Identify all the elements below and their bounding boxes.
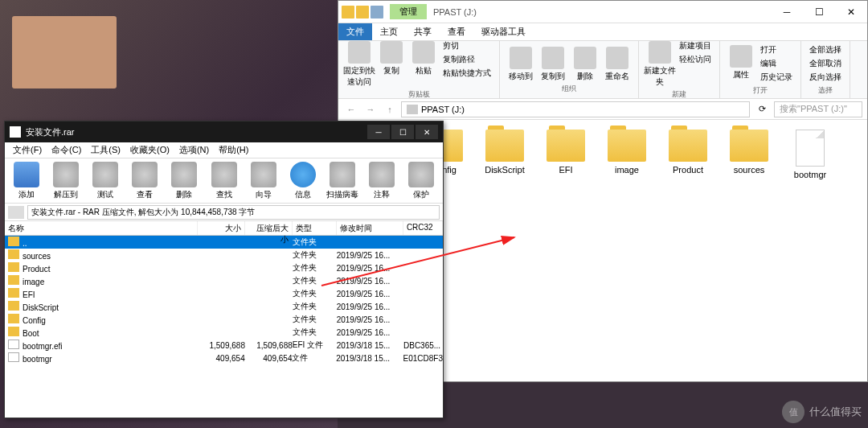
delete-button[interactable]: 删除 <box>569 45 601 82</box>
rar-close-button[interactable]: ✕ <box>416 125 438 139</box>
moveto-button[interactable]: 移动到 <box>505 45 537 82</box>
rar-delete-button[interactable]: 删除 <box>165 160 204 201</box>
copy-button[interactable]: 复制 <box>375 39 407 88</box>
rar-sfx-button[interactable]: 保护 <box>402 160 441 201</box>
menu-tools[interactable]: 工具(S) <box>86 142 125 158</box>
rar-icon <box>10 126 21 138</box>
rar-extract-button[interactable]: 解压到 <box>46 160 85 201</box>
address-input[interactable]: PPAST (J:) <box>401 101 750 117</box>
explorer-titlebar[interactable]: 管理 PPAST (J:) ─ ☐ ✕ <box>338 1 867 23</box>
rar-up-button[interactable] <box>8 206 24 219</box>
menu-favorites[interactable]: 收藏夹(O) <box>125 142 174 158</box>
rar-row[interactable]: ..文件夹 <box>5 236 443 249</box>
col-date[interactable]: 修改时间 <box>337 221 403 235</box>
rar-row[interactable]: bootmgr409,654409,654文件2019/3/18 15...E0… <box>5 352 443 364</box>
properties-button[interactable]: 属性 <box>725 43 757 84</box>
address-bar: ← → ↑ PPAST (J:) ⟳ 搜索"PPAST (J:)" <box>338 99 867 120</box>
paste-button[interactable]: 粘贴 <box>407 39 440 88</box>
tab-home[interactable]: 主页 <box>372 23 406 40</box>
rar-scan-button[interactable]: 扫描病毒 <box>323 160 362 201</box>
file-item-image[interactable]: image <box>599 130 655 179</box>
select-all-button[interactable]: 全部选择 <box>806 43 845 56</box>
watermark-icon: 值 <box>782 401 805 423</box>
new-item-button[interactable]: 新建项目 <box>676 39 714 52</box>
file-label: Product <box>660 165 716 175</box>
path-text: PPAST (J:) <box>421 105 465 114</box>
refresh-button[interactable]: ⟳ <box>753 104 771 114</box>
col-name[interactable]: 名称 <box>5 221 198 235</box>
winrar-titlebar[interactable]: 安装文件.rar ─ ☐ ✕ <box>5 121 443 142</box>
copypath-button[interactable]: 复制路径 <box>440 53 494 66</box>
maximize-button[interactable]: ☐ <box>803 1 835 23</box>
history-button[interactable]: 历史记录 <box>757 71 796 84</box>
rar-row[interactable]: bootmgr.efi1,509,6881,509,688EFI 文件2019/… <box>5 339 443 352</box>
manage-tab[interactable]: 管理 <box>390 4 427 19</box>
watermark-text: 什么值得买 <box>809 405 862 419</box>
easy-access-button[interactable]: 轻松访问 <box>676 53 714 66</box>
new-folder-button[interactable]: 新建文件夹 <box>644 39 676 88</box>
menu-options[interactable]: 选项(N) <box>174 142 214 158</box>
rar-add-button[interactable]: 添加 <box>6 160 46 201</box>
tab-view[interactable]: 查看 <box>440 23 473 40</box>
col-packed[interactable]: 压缩后大小 <box>245 221 293 235</box>
paste-shortcut-button[interactable]: 粘贴快捷方式 <box>440 67 494 80</box>
col-type[interactable]: 类型 <box>293 221 337 235</box>
invert-selection-button[interactable]: 反向选择 <box>806 71 845 84</box>
folder-icon <box>547 130 585 162</box>
open-button[interactable]: 打开 <box>757 43 796 56</box>
up-button[interactable]: ↑ <box>382 101 398 117</box>
rar-row[interactable]: EFI文件夹2019/9/25 16... <box>5 287 443 300</box>
rar-row[interactable]: Product文件夹2019/9/25 16... <box>5 261 443 274</box>
menu-help[interactable]: 帮助(H) <box>214 142 253 158</box>
rar-row[interactable]: Boot文件夹2019/9/25 16... <box>5 326 443 339</box>
file-icon <box>796 130 825 167</box>
file-item-bootmgr[interactable]: bootmgr <box>782 130 838 179</box>
rar-address-input[interactable]: 安装文件.rar - RAR 压缩文件, 解包大小为 10,844,458,73… <box>27 205 440 220</box>
rar-row[interactable]: DiskScript文件夹2019/9/25 16... <box>5 300 443 313</box>
rename-button[interactable]: 重命名 <box>601 45 633 82</box>
file-label: EFI <box>538 165 594 175</box>
tab-file[interactable]: 文件 <box>338 23 372 40</box>
ribbon: 固定到快速访问 复制 粘贴 剪切 复制路径 粘贴快捷方式 剪贴板 移动到 复制到… <box>338 41 867 99</box>
back-button[interactable]: ← <box>343 101 359 117</box>
forward-button[interactable]: → <box>362 101 379 117</box>
col-crc[interactable]: CRC32 <box>403 221 443 235</box>
rar-row[interactable]: image文件夹2019/9/25 16... <box>5 274 443 287</box>
search-input[interactable]: 搜索"PPAST (J:)" <box>774 101 862 117</box>
rar-row[interactable]: Config文件夹2019/9/25 16... <box>5 313 443 326</box>
menu-file[interactable]: 文件(F) <box>8 142 47 158</box>
file-item-Product[interactable]: Product <box>660 130 716 179</box>
folder-icon <box>669 130 707 162</box>
rar-test-button[interactable]: 测试 <box>85 160 125 201</box>
cut-button[interactable]: 剪切 <box>440 39 494 52</box>
minimize-button[interactable]: ─ <box>771 1 803 23</box>
rar-row[interactable]: sources文件夹2019/9/25 16... <box>5 249 443 261</box>
copyto-button[interactable]: 复制到 <box>537 45 569 82</box>
rar-view-button[interactable]: 查看 <box>125 160 165 201</box>
quick-access-icons <box>338 6 387 19</box>
tab-drive-tools[interactable]: 驱动器工具 <box>473 23 534 40</box>
file-item-sources[interactable]: sources <box>721 130 777 179</box>
edit-button[interactable]: 编辑 <box>757 57 796 70</box>
rar-column-header[interactable]: 名称 大小 压缩后大小 类型 修改时间 CRC32 <box>5 221 443 236</box>
menu-commands[interactable]: 命令(C) <box>47 142 86 158</box>
rar-wizard-button[interactable]: 向导 <box>244 160 283 201</box>
folder-icon <box>730 130 768 162</box>
close-button[interactable]: ✕ <box>835 1 867 23</box>
pin-button[interactable]: 固定到快速访问 <box>343 39 375 88</box>
file-item-DiskScript[interactable]: DiskScript <box>477 130 533 179</box>
rar-find-button[interactable]: 查找 <box>204 160 244 201</box>
ribbon-tabs: 文件 主页 共享 查看 驱动器工具 <box>338 23 867 41</box>
rar-minimize-button[interactable]: ─ <box>367 125 390 139</box>
file-label: sources <box>721 165 777 175</box>
file-item-EFI[interactable]: EFI <box>538 130 594 179</box>
rar-info-button[interactable]: 信息 <box>283 160 322 201</box>
rar-address-bar: 安装文件.rar - RAR 压缩文件, 解包大小为 10,844,458,73… <box>5 204 443 221</box>
rar-maximize-button[interactable]: ☐ <box>391 125 414 139</box>
select-none-button[interactable]: 全部取消 <box>806 57 845 70</box>
drive-icon <box>407 105 418 114</box>
tab-share[interactable]: 共享 <box>406 23 440 40</box>
rar-comment-button[interactable]: 注释 <box>362 160 402 201</box>
col-size[interactable]: 大小 <box>198 221 245 235</box>
winrar-window: 安装文件.rar ─ ☐ ✕ 文件(F) 命令(C) 工具(S) 收藏夹(O) … <box>4 121 444 418</box>
